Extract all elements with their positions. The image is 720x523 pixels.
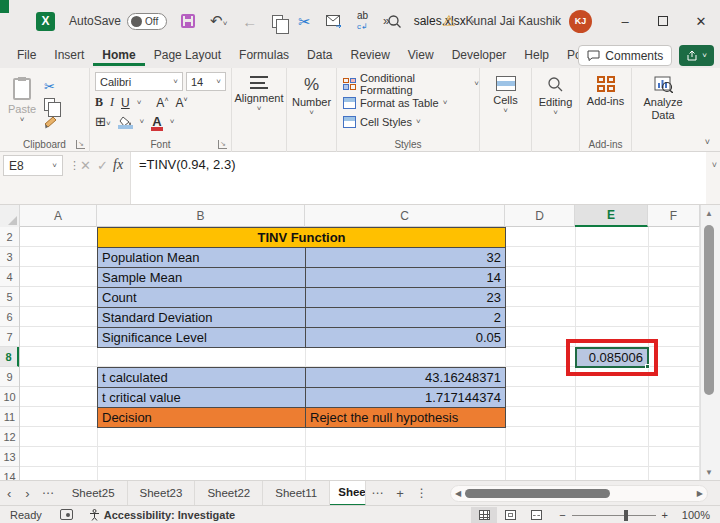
- table-row-value[interactable]: 0.05: [305, 327, 506, 348]
- borders-button[interactable]: ⊞˅: [95, 114, 111, 129]
- table-row-label[interactable]: Count: [97, 287, 306, 308]
- font-color-button[interactable]: A: [152, 114, 161, 129]
- formula-input[interactable]: =TINV(0.94, 2.3): [130, 152, 706, 204]
- row-header-3[interactable]: 3: [0, 247, 19, 267]
- select-all-corner[interactable]: [0, 205, 20, 227]
- copy-icon[interactable]: [272, 15, 283, 28]
- minimize-button[interactable]: –: [606, 0, 644, 42]
- table-row-label[interactable]: t calculated: [97, 367, 306, 388]
- sheet-options-icon[interactable]: ⋮: [411, 486, 433, 500]
- prev-sheet-icon[interactable]: ‹: [0, 486, 18, 501]
- grid-body[interactable]: 2 3 4 5 6 7 8 9 10 11 12 13 14 TINV Func…: [0, 227, 700, 480]
- column-header-a[interactable]: A: [20, 205, 97, 227]
- table-row-value[interactable]: 14: [305, 267, 506, 288]
- collapse-ribbon-icon[interactable]: ˅: [705, 137, 710, 147]
- analyze-data-button[interactable]: Analyze Data: [632, 68, 694, 152]
- chevron-down-icon[interactable]: ˅: [170, 117, 175, 126]
- chevron-down-icon[interactable]: ˅: [140, 117, 145, 126]
- horizontal-scrollbar[interactable]: ◀ ▶: [450, 485, 708, 502]
- tab-insert[interactable]: Insert: [45, 44, 93, 66]
- underline-button[interactable]: U: [121, 96, 130, 110]
- table-row-value[interactable]: 23: [305, 287, 506, 308]
- table-row-value[interactable]: 32: [305, 247, 506, 268]
- table-row-label[interactable]: Significance Level: [97, 327, 306, 348]
- search-icon[interactable]: [387, 14, 402, 29]
- fill-color-button[interactable]: [119, 116, 132, 127]
- bold-button[interactable]: B: [95, 95, 103, 110]
- cell-styles-button[interactable]: Cell Styles ˅: [343, 112, 479, 131]
- vertical-scroll-thumb[interactable]: [704, 225, 714, 395]
- row-header-2[interactable]: 2: [0, 227, 19, 247]
- font-dialog-launcher[interactable]: ↘: [218, 140, 227, 149]
- sheet-tab-sheet11[interactable]: Sheet11: [263, 481, 330, 506]
- column-header-b[interactable]: B: [97, 205, 305, 227]
- share-button[interactable]: ˅: [679, 45, 714, 66]
- scroll-right-icon[interactable]: ▶: [693, 489, 707, 498]
- table-row-value[interactable]: 2: [305, 307, 506, 328]
- number-group[interactable]: % Number ˅: [287, 68, 337, 152]
- zoom-slider[interactable]: [572, 515, 656, 516]
- tab-view[interactable]: View: [399, 44, 443, 66]
- normal-view-button[interactable]: [471, 507, 497, 523]
- decision-value-cell[interactable]: Reject the null hypothesis: [305, 407, 506, 428]
- shrink-font-button[interactable]: A˅: [175, 96, 187, 110]
- row-header-11[interactable]: 11: [0, 407, 19, 427]
- spelling-icon[interactable]: abc↲: [357, 11, 368, 31]
- row-header-10[interactable]: 10: [0, 387, 19, 407]
- horizontal-scroll-thumb[interactable]: [465, 489, 610, 498]
- row-header-13[interactable]: 13: [0, 447, 19, 467]
- table-title-cell[interactable]: TINV Function: [97, 227, 506, 248]
- zoom-slider-thumb[interactable]: [624, 510, 628, 521]
- tab-file[interactable]: File: [8, 44, 45, 66]
- table-row-value[interactable]: 43.16248371: [305, 367, 506, 388]
- format-as-table-button[interactable]: Format as Table ˅: [343, 93, 479, 112]
- more-sheets-left-icon[interactable]: ⋯: [37, 486, 60, 500]
- scroll-up-icon[interactable]: ▲: [701, 205, 717, 221]
- sheet-tab-active[interactable]: Sheet: [330, 481, 366, 506]
- table-row-label[interactable]: Sample Mean: [97, 267, 306, 288]
- more-sheets-right-icon[interactable]: ⋯: [366, 486, 389, 500]
- row-header-12[interactable]: 12: [0, 427, 19, 447]
- cut-icon[interactable]: ✂: [44, 80, 58, 93]
- name-box[interactable]: E8 ˅: [3, 155, 63, 176]
- tab-developer[interactable]: Developer: [443, 44, 516, 66]
- grow-font-button[interactable]: A˄: [156, 96, 168, 110]
- cancel-icon[interactable]: ✕: [80, 158, 91, 173]
- column-header-f[interactable]: F: [648, 205, 700, 227]
- maximize-button[interactable]: [644, 0, 682, 42]
- table-row-value[interactable]: 1.717144374: [305, 387, 506, 408]
- row-header-8[interactable]: 8: [0, 347, 19, 367]
- cut-icon[interactable]: ✂: [298, 14, 311, 29]
- editing-group[interactable]: Editing ˅: [532, 68, 580, 152]
- format-painter-icon[interactable]: [44, 116, 58, 129]
- font-name-select[interactable]: Calibri˅: [95, 72, 183, 91]
- tab-review[interactable]: Review: [341, 44, 398, 66]
- table-row-label[interactable]: Standard Deviation: [97, 307, 306, 328]
- table-row-label[interactable]: Population Mean: [97, 247, 306, 268]
- decision-label-cell[interactable]: Decision: [97, 407, 306, 428]
- row-header-6[interactable]: 6: [0, 307, 19, 327]
- tab-page-layout[interactable]: Page Layout: [145, 44, 230, 66]
- row-header-4[interactable]: 4: [0, 267, 19, 287]
- zoom-out-icon[interactable]: −: [559, 509, 565, 521]
- alignment-group[interactable]: Alignment ˅: [232, 68, 287, 152]
- tab-formulas[interactable]: Formulas: [230, 44, 298, 66]
- zoom-in-icon[interactable]: +: [662, 509, 668, 521]
- close-button[interactable]: ✕: [682, 0, 720, 42]
- insert-function-icon[interactable]: fx: [113, 157, 123, 173]
- tab-data[interactable]: Data: [298, 44, 341, 66]
- macro-record-icon[interactable]: [60, 509, 73, 520]
- undo-button[interactable]: ↶˅: [210, 13, 227, 29]
- cells-group[interactable]: Cells ˅: [480, 68, 532, 152]
- comments-button[interactable]: Comments: [578, 45, 672, 66]
- clipboard-dialog-launcher[interactable]: ↘: [76, 140, 85, 149]
- addins-group[interactable]: Add-ins Add-ins: [580, 68, 632, 152]
- warning-icon[interactable]: ⚠: [442, 12, 455, 30]
- zoom-level[interactable]: 100%: [676, 509, 710, 521]
- sheet-tab-sheet23[interactable]: Sheet23: [128, 481, 196, 506]
- conditional-formatting-button[interactable]: Conditional Formatting ˅: [343, 74, 479, 93]
- row-header-7[interactable]: 7: [0, 327, 19, 347]
- row-header-9[interactable]: 9: [0, 367, 19, 387]
- sheet-tab-sheet25[interactable]: Sheet25: [60, 481, 128, 506]
- new-sheet-icon[interactable]: +: [389, 486, 411, 501]
